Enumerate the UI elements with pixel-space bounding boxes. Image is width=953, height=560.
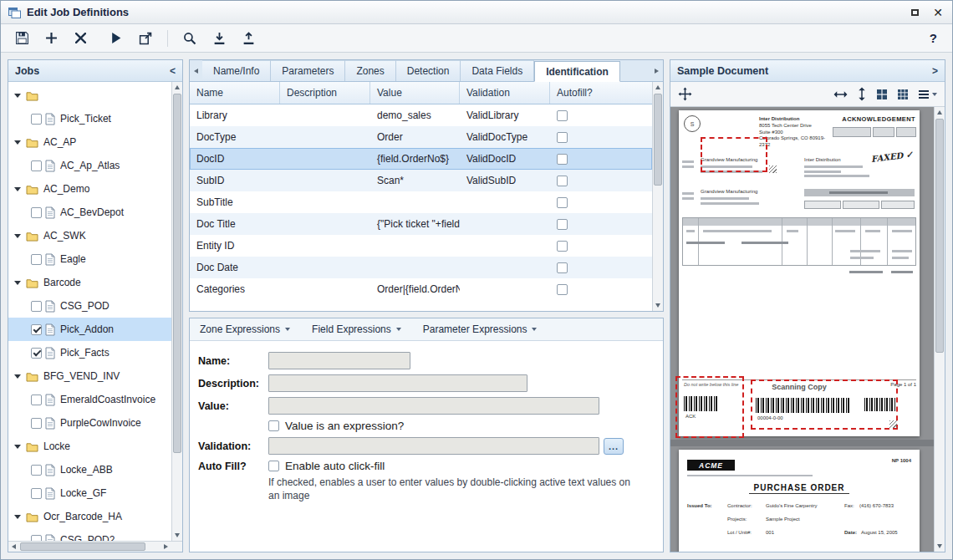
tree-job-purplecowinvoice[interactable]: PurpleCowInvoice: [8, 411, 171, 435]
autofill-checkbox[interactable]: [557, 110, 568, 121]
autofill-checkbox[interactable]: [557, 197, 568, 208]
scrollbar-thumb[interactable]: [173, 94, 181, 453]
zone-rect-barcode-left[interactable]: [675, 376, 744, 438]
field-expressions-menu[interactable]: Field Expressions: [312, 323, 401, 335]
field-row-subid[interactable]: SubIDScan*ValidSubID: [190, 170, 652, 191]
tree-job-locke-abb[interactable]: Locke_ABB: [8, 458, 171, 481]
fit-height-button[interactable]: [857, 87, 867, 101]
scrollbar-thumb[interactable]: [20, 542, 145, 551]
tree-folder-ocr-barcode-ha[interactable]: Ocr_Barcode_HA: [8, 505, 171, 528]
column-header-autofill[interactable]: Autofill?: [550, 82, 652, 104]
autofill-checkbox[interactable]: [557, 154, 568, 165]
field-row-library[interactable]: Librarydemo_salesValidLibrary: [190, 104, 652, 126]
job-checkbox[interactable]: [31, 254, 42, 265]
expander-icon[interactable]: [14, 445, 21, 449]
tab-identification[interactable]: Identification: [534, 61, 620, 82]
tree-job-csg-pod2[interactable]: CSG_POD2: [8, 528, 171, 541]
job-checkbox[interactable]: [31, 535, 42, 542]
jobs-vertical-scrollbar[interactable]: [171, 82, 182, 541]
tree-job-pick-facts[interactable]: Pick_Facts: [8, 341, 171, 364]
tree-folder-ac-swk[interactable]: AC_SWK: [8, 224, 171, 247]
column-header-description[interactable]: Description: [280, 82, 370, 104]
close-button[interactable]: ✕: [931, 6, 945, 19]
parameter-expressions-menu[interactable]: Parameter Expressions: [423, 323, 538, 335]
column-header-value[interactable]: Value: [370, 82, 460, 104]
search-button[interactable]: [177, 28, 202, 49]
tab-data-fields[interactable]: Data Fields: [461, 60, 534, 81]
tree-job-locke-gf[interactable]: Locke_GF: [8, 481, 171, 505]
scrollbar-thumb[interactable]: [935, 119, 944, 353]
pan-button[interactable]: [678, 87, 692, 101]
import-button[interactable]: [206, 28, 232, 49]
view-menu-button[interactable]: [918, 89, 937, 99]
job-checkbox[interactable]: [31, 465, 42, 476]
expander-icon[interactable]: [14, 281, 21, 285]
scroll-down-icon[interactable]: [935, 541, 945, 552]
maximize-button[interactable]: [908, 6, 921, 19]
collapse-panel-button[interactable]: <: [170, 65, 176, 77]
tab-detection[interactable]: Detection: [396, 60, 461, 81]
expander-icon[interactable]: [14, 187, 21, 191]
autofill-checkbox[interactable]: [557, 219, 568, 230]
tree-job-ac-ap-atlas[interactable]: AC_Ap_Atlas: [8, 154, 171, 177]
field-row-categories[interactable]: CategoriesOrder|{field.OrderN: [190, 278, 652, 300]
autofill-checkbox[interactable]: [557, 284, 568, 295]
expander-icon[interactable]: [14, 94, 21, 98]
scroll-right-icon[interactable]: [161, 542, 171, 552]
tree-folder-root[interactable]: [8, 84, 171, 107]
zone-rect-header[interactable]: [701, 137, 767, 172]
tab-parameters[interactable]: Parameters: [271, 60, 345, 81]
description-input[interactable]: [268, 374, 527, 392]
zone-expressions-menu[interactable]: Zone Expressions: [200, 323, 290, 335]
tree-folder-bfg-vend-inv[interactable]: BFG_VEND_INV: [8, 364, 171, 388]
scroll-up-icon[interactable]: [653, 82, 663, 93]
save-button[interactable]: [9, 28, 34, 49]
scrollbar-thumb[interactable]: [654, 94, 662, 186]
column-header-name[interactable]: Name: [190, 82, 280, 104]
field-row-doc-date[interactable]: Doc Date: [190, 257, 652, 278]
job-checkbox[interactable]: [31, 324, 42, 335]
table-vertical-scrollbar[interactable]: [652, 82, 663, 311]
value-expression-checkbox[interactable]: [268, 420, 279, 431]
zone-resize-handle[interactable]: [889, 420, 897, 428]
autofill-checkbox[interactable]: [557, 176, 568, 186]
field-row-entity-id[interactable]: Entity ID: [190, 235, 652, 257]
tree-folder-ac-ap[interactable]: AC_AP: [8, 130, 171, 154]
preview-canvas[interactable]: S Inter Distribution 8055 Tech Center Dr…: [670, 107, 934, 552]
job-checkbox[interactable]: [31, 418, 42, 429]
scroll-down-icon[interactable]: [172, 530, 182, 541]
value-input[interactable]: [268, 397, 599, 415]
tab-zones[interactable]: Zones: [345, 60, 395, 81]
autofill-checkbox[interactable]: [557, 262, 568, 273]
delete-button[interactable]: [68, 28, 93, 49]
expander-icon[interactable]: [14, 234, 21, 238]
expander-icon[interactable]: [14, 374, 21, 379]
fit-width-button[interactable]: [833, 89, 848, 99]
job-checkbox[interactable]: [31, 395, 42, 405]
field-row-docid[interactable]: DocID{field.OrderNo$}ValidDocID: [190, 148, 652, 170]
scroll-up-icon[interactable]: [935, 107, 945, 118]
tree-folder-ac-demo[interactable]: AC_Demo: [8, 177, 171, 201]
jobs-horizontal-scrollbar[interactable]: [8, 541, 182, 552]
job-checkbox[interactable]: [31, 348, 42, 359]
run-button[interactable]: [104, 28, 129, 49]
open-external-button[interactable]: [133, 28, 158, 49]
validation-input[interactable]: [268, 437, 599, 455]
validation-browse-button[interactable]: ...: [604, 438, 624, 455]
tree-job-ac-bevdepot[interactable]: AC_BevDepot: [8, 201, 171, 224]
field-row-subtitle[interactable]: SubTitle: [190, 191, 652, 213]
help-button[interactable]: ?: [930, 31, 944, 45]
export-button[interactable]: [236, 28, 261, 49]
tab-scroll-left[interactable]: [190, 60, 202, 81]
job-checkbox[interactable]: [31, 488, 42, 499]
tree-folder-locke[interactable]: Locke: [8, 435, 171, 458]
scroll-down-icon[interactable]: [653, 300, 663, 311]
zone-resize-handle[interactable]: [769, 165, 777, 173]
tree-job-pick-ticket[interactable]: Pick_Ticket: [8, 107, 171, 130]
add-button[interactable]: [38, 28, 64, 49]
two-page-view-button[interactable]: [876, 89, 888, 100]
tab-scroll-right[interactable]: [650, 60, 663, 81]
zone-rect-barcode-center[interactable]: [751, 379, 898, 430]
name-input[interactable]: [268, 352, 410, 369]
tree-job-csg-pod[interactable]: CSG_POD: [8, 294, 171, 318]
